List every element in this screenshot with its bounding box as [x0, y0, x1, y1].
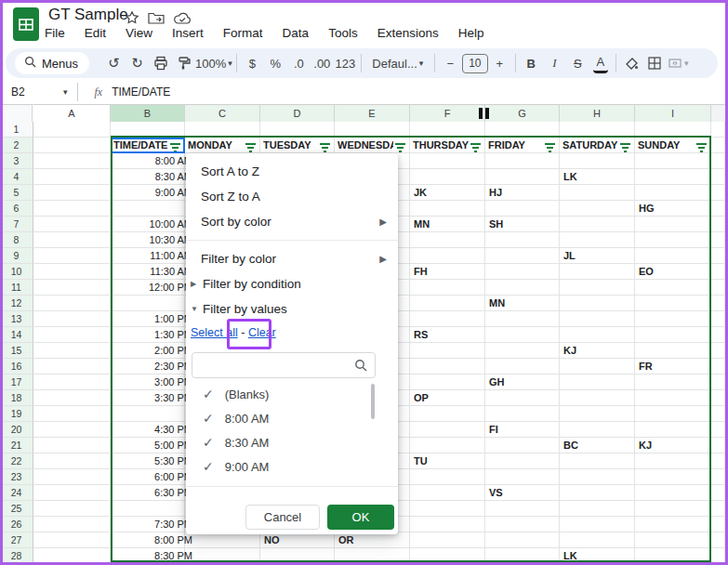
- cell-I27[interactable]: [635, 532, 711, 548]
- cell-J1[interactable]: [711, 122, 725, 138]
- column-header-D[interactable]: D: [260, 104, 335, 123]
- cell-J26[interactable]: [711, 517, 725, 532]
- cell-F28[interactable]: [410, 548, 485, 564]
- row-header-23[interactable]: 23: [0, 469, 33, 485]
- menu-item-sort-z-to-a[interactable]: Sort Z to A: [186, 184, 398, 209]
- filter-value-row[interactable]: ✓8:30 AM: [186, 430, 381, 454]
- menu-item-filter-by-values[interactable]: ▼Filter by values: [186, 296, 398, 322]
- cell-G4[interactable]: [485, 169, 560, 185]
- cell-H3[interactable]: [560, 153, 635, 169]
- cell-F13[interactable]: [410, 311, 485, 327]
- row-header-20[interactable]: 20: [0, 422, 33, 438]
- cell-I24[interactable]: [635, 485, 711, 501]
- document-title[interactable]: GT Sample: [48, 6, 128, 24]
- filter-icon[interactable]: [619, 140, 631, 151]
- corner-box[interactable]: [0, 104, 33, 123]
- cell-H16[interactable]: [560, 359, 635, 374]
- cell-J10[interactable]: [711, 264, 725, 280]
- row-header-1[interactable]: 1: [0, 122, 33, 138]
- cell-G9[interactable]: [485, 248, 560, 264]
- cell-I15[interactable]: [635, 343, 711, 359]
- row-header-8[interactable]: 8: [0, 232, 33, 248]
- cell-A26[interactable]: [33, 517, 111, 532]
- column-header-G[interactable]: G: [485, 104, 560, 123]
- font-size-input[interactable]: 10: [462, 54, 488, 73]
- cell-F3[interactable]: [410, 153, 485, 169]
- cell-I9[interactable]: [635, 248, 711, 264]
- cell-H14[interactable]: [560, 327, 635, 343]
- cell-J25[interactable]: [711, 501, 725, 517]
- cell-J8[interactable]: [711, 232, 725, 248]
- cell-I7[interactable]: [635, 217, 711, 232]
- cell-I4[interactable]: [635, 169, 711, 185]
- menubar-item-file[interactable]: File: [45, 26, 65, 40]
- menubar-item-extensions[interactable]: Extensions: [377, 26, 439, 40]
- paint-format-button[interactable]: [172, 52, 195, 74]
- cell-G25[interactable]: [485, 501, 560, 517]
- column-header-C[interactable]: C: [185, 104, 260, 123]
- cell-I3[interactable]: [635, 153, 711, 169]
- cell-F4[interactable]: [410, 169, 485, 185]
- column-header-A[interactable]: A: [33, 104, 111, 123]
- cell-F1[interactable]: [410, 122, 485, 138]
- cell-A28[interactable]: [33, 548, 111, 564]
- cell-F27[interactable]: [410, 532, 485, 548]
- cell-A9[interactable]: [33, 248, 111, 264]
- cell-F26[interactable]: [410, 517, 485, 532]
- cell-G19[interactable]: [485, 406, 560, 422]
- cell-H13[interactable]: [560, 311, 635, 327]
- header-cell-F2[interactable]: THURSDAY: [413, 138, 469, 153]
- row-header-14[interactable]: 14: [0, 327, 33, 343]
- cell-A6[interactable]: [33, 201, 111, 217]
- header-cell-D2[interactable]: TUESDAY: [263, 138, 318, 153]
- column-header-F[interactable]: F: [410, 104, 485, 123]
- header-cell-H2[interactable]: SATURDAY: [563, 138, 618, 153]
- cell-J4[interactable]: [711, 169, 725, 185]
- cell-I28[interactable]: [635, 548, 711, 564]
- bold-button[interactable]: B: [520, 52, 543, 74]
- menu-item-sort-a-to-z[interactable]: Sort A to Z: [186, 159, 398, 184]
- cell-F25[interactable]: [410, 501, 485, 517]
- cell-J13[interactable]: [711, 311, 725, 327]
- cell-G11[interactable]: [485, 280, 560, 296]
- sheets-logo-icon[interactable]: [13, 7, 39, 41]
- cell-A1[interactable]: [33, 122, 111, 138]
- star-icon[interactable]: [123, 9, 141, 26]
- cell-J3[interactable]: [711, 153, 725, 169]
- cell-H27[interactable]: [560, 532, 635, 548]
- cell-G15[interactable]: [485, 343, 560, 359]
- format-currency-button[interactable]: $: [241, 52, 264, 74]
- header-cell-B2[interactable]: TIME/DATE: [113, 138, 168, 153]
- cell-E28[interactable]: [335, 548, 410, 564]
- cell-A25[interactable]: [33, 501, 111, 517]
- row-header-19[interactable]: 19: [0, 406, 33, 422]
- cell-H17[interactable]: [560, 374, 635, 390]
- cell-H12[interactable]: [560, 296, 635, 311]
- row-header-10[interactable]: 10: [0, 264, 33, 280]
- filter-icon[interactable]: [169, 140, 181, 151]
- cell-A5[interactable]: [33, 185, 111, 201]
- cell-J23[interactable]: [711, 469, 725, 485]
- cell-G16[interactable]: [485, 359, 560, 374]
- cell-J17[interactable]: [711, 374, 725, 390]
- column-header-I[interactable]: I: [635, 104, 711, 123]
- cell-G26[interactable]: [485, 517, 560, 532]
- cell-A11[interactable]: [33, 280, 111, 296]
- filter-icon[interactable]: [695, 140, 708, 151]
- row-header-15[interactable]: 15: [0, 343, 33, 359]
- cell-F16[interactable]: [410, 359, 485, 374]
- row-header-13[interactable]: 13: [0, 311, 33, 327]
- redo-button[interactable]: ↻: [126, 52, 149, 74]
- cell-A4[interactable]: [33, 169, 111, 185]
- row-header-6[interactable]: 6: [0, 201, 33, 217]
- cell-H8[interactable]: [560, 232, 635, 248]
- row-header-21[interactable]: 21: [0, 438, 33, 453]
- cell-C1[interactable]: [185, 122, 260, 138]
- cell-A17[interactable]: [33, 374, 111, 390]
- filter-value-row[interactable]: ✓(Blanks): [186, 382, 381, 406]
- ok-button[interactable]: OK: [327, 505, 394, 530]
- row-header-7[interactable]: 7: [0, 217, 33, 232]
- menubar-item-help[interactable]: Help: [458, 26, 484, 40]
- column-header-H[interactable]: H: [560, 104, 635, 123]
- cell-J7[interactable]: [711, 217, 725, 232]
